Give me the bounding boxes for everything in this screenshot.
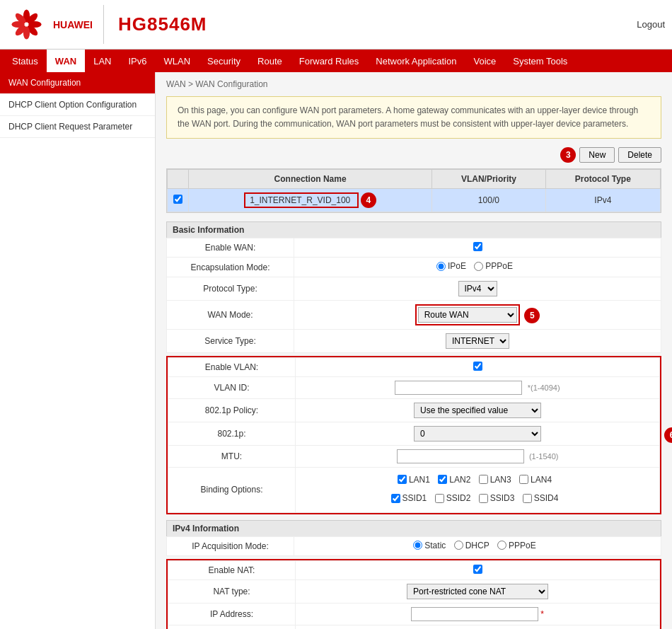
row-protocol-type: IPv4 <box>545 189 660 212</box>
nav-wlan[interactable]: WLAN <box>156 50 199 72</box>
main-nav: Status WAN LAN IPv6 WLAN Security Route … <box>0 50 672 72</box>
logout-button[interactable]: Logout <box>637 19 665 30</box>
lan4-checkbox[interactable] <box>519 475 528 484</box>
static-radio[interactable] <box>413 541 422 550</box>
ipoE-radio[interactable] <box>436 262 446 271</box>
nat-type-value: Port-restricted cone NAT <box>296 580 660 604</box>
annotation-5: 5 <box>524 308 540 323</box>
ssid4-label[interactable]: SSID4 <box>523 490 559 507</box>
protocol-type-value: IPv4 <box>294 277 661 300</box>
vlan-form: Enable VLAN: VLAN ID: 100 *(1-4094) 802.… <box>168 357 660 513</box>
pppoe-label[interactable]: PPPoE <box>474 261 513 271</box>
nav-status[interactable]: Status <box>4 50 47 72</box>
ipv4-section-outlined: Enable NAT: NAT type: Port-restricted co… <box>166 559 661 629</box>
binding-row: Binding Options: LAN1 LAN2 LAN3 LAN4 SSI… <box>168 467 660 512</box>
ip-address-input[interactable]: 192.168.100.5 <box>411 607 538 621</box>
vlan-id-value: 100 *(1-4094) <box>296 376 660 398</box>
mtu-input[interactable]: 1500 <box>397 449 524 463</box>
pppoe-ip-radio[interactable] <box>497 541 506 550</box>
8021p-row: 802.1p: 0 <box>168 422 660 445</box>
enable-nat-row: Enable NAT: <box>168 561 660 580</box>
row-checkbox-cell[interactable] <box>168 189 189 212</box>
static-label[interactable]: Static <box>413 541 446 550</box>
wan-mode-outlined: Route WAN <box>415 304 520 325</box>
ssid4-checkbox[interactable] <box>523 494 532 503</box>
ssid2-label[interactable]: SSID2 <box>435 490 471 507</box>
annotation-3: 3 <box>560 147 576 163</box>
connection-name-outlined: 1_INTERNET_R_VID_100 <box>244 192 358 208</box>
vlan-id-row: VLAN ID: 100 *(1-4094) <box>168 376 660 398</box>
nav-lan[interactable]: LAN <box>85 50 120 72</box>
ipoE-label[interactable]: IPoE <box>436 261 466 271</box>
nav-network-application[interactable]: Network Application <box>367 50 465 72</box>
enable-wan-value <box>294 238 661 258</box>
lan3-checkbox[interactable] <box>479 475 488 484</box>
protocol-type-row: Protocol Type: IPv4 <box>167 277 661 300</box>
protocol-type-select[interactable]: IPv4 <box>458 281 497 296</box>
policy-select[interactable]: Use the specified value <box>414 403 541 418</box>
sidebar: WAN Configuration DHCP Client Option Con… <box>0 72 156 629</box>
table-row[interactable]: 1_INTERNET_R_VID_100 4 100/0 IPv4 <box>168 189 661 212</box>
ip-mode-row: IP Acquisition Mode: Static DHCP PPPoE <box>167 536 661 556</box>
enable-vlan-checkbox[interactable] <box>473 362 482 371</box>
service-type-select[interactable]: INTERNET <box>446 333 509 349</box>
binding-label: Binding Options: <box>168 467 296 512</box>
nav-forward-rules[interactable]: Forward Rules <box>291 50 368 72</box>
ssid1-checkbox[interactable] <box>391 494 400 503</box>
policy-label: 802.1p Policy: <box>168 398 296 422</box>
lan1-label[interactable]: LAN1 <box>398 471 430 488</box>
binding-options: LAN1 LAN2 LAN3 LAN4 SSID1 SSID2 SSID3 SS… <box>296 467 660 512</box>
connection-table: Connection Name VLAN/Priority Protocol T… <box>167 169 661 212</box>
service-type-label: Service Type: <box>167 329 294 352</box>
nav-voice[interactable]: Voice <box>465 50 504 72</box>
annotation-6: 6 <box>664 427 672 443</box>
header: HUAWEI HG8546M Logout <box>0 0 672 50</box>
8021p-select[interactable]: 0 <box>414 426 541 442</box>
wan-mode-label: WAN Mode: <box>167 300 294 329</box>
nav-route[interactable]: Route <box>249 50 291 72</box>
pppoe-radio[interactable] <box>474 262 483 271</box>
service-type-value: INTERNET <box>294 329 661 352</box>
nav-wan[interactable]: WAN <box>47 50 85 72</box>
sidebar-item-wan-config[interactable]: WAN Configuration <box>0 72 155 94</box>
nat-type-row: NAT type: Port-restricted cone NAT <box>168 580 660 604</box>
col-checkbox <box>168 170 189 189</box>
dhcp-label[interactable]: DHCP <box>454 541 489 550</box>
ip-mode-label: IP Acquisition Mode: <box>167 536 294 556</box>
enable-wan-checkbox[interactable] <box>473 242 482 251</box>
delete-button[interactable]: Delete <box>618 147 661 163</box>
lan4-label[interactable]: LAN4 <box>519 471 552 488</box>
lan3-label[interactable]: LAN3 <box>479 471 511 488</box>
enable-wan-label: Enable WAN: <box>167 238 294 258</box>
lan1-checkbox[interactable] <box>398 475 407 484</box>
nat-type-select[interactable]: Port-restricted cone NAT <box>407 584 548 599</box>
ip-address-row: IP Address: 192.168.100.5 * <box>168 604 660 625</box>
nav-ipv6[interactable]: IPv6 <box>120 50 156 72</box>
new-button[interactable]: New <box>579 147 615 163</box>
ssid3-label[interactable]: SSID3 <box>479 490 515 507</box>
lan2-checkbox[interactable] <box>438 475 447 484</box>
mtu-value: 1500 (1-1540) <box>296 445 660 467</box>
row-checkbox[interactable] <box>173 195 183 204</box>
sidebar-item-dhcp-request[interactable]: DHCP Client Request Parameter <box>0 116 155 138</box>
ssid2-checkbox[interactable] <box>435 494 444 503</box>
enable-vlan-value <box>296 357 660 376</box>
vlan-id-label: VLAN ID: <box>168 376 296 398</box>
pppoe-ip-label[interactable]: PPPoE <box>497 541 536 550</box>
lan2-label[interactable]: LAN2 <box>438 471 470 488</box>
wan-mode-select[interactable]: Route WAN <box>418 307 517 323</box>
protocol-type-label: Protocol Type: <box>167 277 294 300</box>
enable-nat-checkbox[interactable] <box>473 565 482 574</box>
nav-system-tools[interactable]: System Tools <box>504 50 576 72</box>
huawei-logo <box>7 5 46 44</box>
dhcp-radio[interactable] <box>454 541 463 550</box>
encapsulation-value: IPoE PPPoE <box>294 258 661 277</box>
ip-mode-value: Static DHCP PPPoE <box>294 536 661 556</box>
ssid3-checkbox[interactable] <box>479 494 488 503</box>
vlan-id-input[interactable]: 100 <box>395 381 522 395</box>
ssid1-label[interactable]: SSID1 <box>391 490 427 507</box>
ip-address-value: 192.168.100.5 * <box>296 604 660 625</box>
sidebar-item-dhcp-option[interactable]: DHCP Client Option Configuration <box>0 94 155 116</box>
nav-security[interactable]: Security <box>199 50 249 72</box>
service-type-row: Service Type: INTERNET <box>167 329 661 352</box>
